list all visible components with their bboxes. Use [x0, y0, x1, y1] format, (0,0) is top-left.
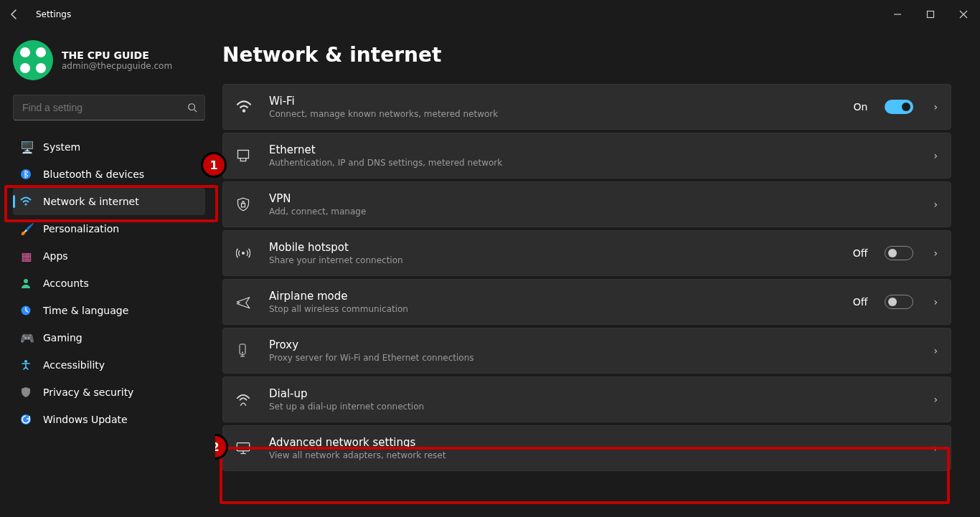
sidebar-item-system[interactable]: 🖥️ System	[13, 133, 205, 161]
chevron-right-icon: ›	[933, 394, 938, 405]
person-icon	[20, 278, 33, 289]
hotspot-toggle[interactable]	[885, 246, 913, 260]
chevron-right-icon: ›	[933, 150, 938, 161]
airplane-icon	[236, 295, 256, 309]
card-title: Mobile hotspot	[269, 241, 840, 254]
svg-point-13	[242, 252, 245, 255]
sidebar-item-network[interactable]: Network & internet	[13, 188, 205, 215]
ethernet-icon	[236, 148, 256, 163]
update-icon	[20, 414, 33, 425]
card-title: VPN	[269, 192, 913, 205]
sidebar-item-label: Bluetooth & devices	[43, 169, 144, 180]
sidebar-item-label: Network & internet	[43, 196, 139, 207]
svg-point-5	[24, 203, 27, 205]
chevron-right-icon: ›	[933, 345, 938, 356]
chevron-right-icon: ›	[933, 296, 938, 308]
clock-icon	[20, 305, 33, 316]
chevron-right-icon: ›	[933, 442, 938, 454]
card-desc: View all network adapters, network reset	[269, 450, 913, 460]
back-button[interactable]	[9, 9, 29, 20]
svg-rect-12	[242, 204, 245, 207]
card-advanced-network[interactable]: Advanced network settings View all netwo…	[222, 425, 951, 471]
card-vpn[interactable]: VPN Add, connect, manage ›	[222, 181, 951, 227]
wifi-icon	[20, 196, 33, 207]
card-ethernet[interactable]: Ethernet Authentication, IP and DNS sett…	[222, 133, 951, 179]
card-desc: Add, connect, manage	[269, 207, 913, 217]
brush-icon: 🖌️	[20, 222, 33, 236]
svg-point-8	[24, 360, 27, 363]
svg-point-6	[24, 279, 28, 283]
card-dialup[interactable]: Dial-up Set up a dial-up internet connec…	[222, 376, 951, 422]
card-desc: Connect, manage known networks, metered …	[269, 109, 840, 119]
bluetooth-icon	[20, 169, 33, 180]
avatar	[13, 40, 53, 80]
annotation-badge-1: 1	[201, 152, 227, 178]
card-airplane[interactable]: Airplane mode Stop all wireless communic…	[222, 279, 951, 325]
sidebar-nav: 🖥️ System Bluetooth & devices Network & …	[13, 133, 205, 433]
close-button[interactable]	[947, 0, 980, 29]
wifi-state: On	[853, 101, 867, 113]
sidebar-item-personalization[interactable]: 🖌️ Personalization	[13, 215, 205, 242]
card-desc: Share your internet connection	[269, 255, 840, 265]
window-title: Settings	[36, 9, 71, 19]
svg-point-10	[242, 109, 245, 112]
sidebar-item-update[interactable]: Windows Update	[13, 406, 205, 433]
sidebar-item-gaming[interactable]: 🎮 Gaming	[13, 324, 205, 351]
sidebar-item-label: Accessibility	[43, 359, 105, 371]
card-title: Wi-Fi	[269, 95, 840, 108]
proxy-icon	[236, 343, 256, 358]
sidebar-item-label: Accounts	[43, 278, 89, 289]
sidebar-item-label: Gaming	[43, 332, 83, 343]
shield-lock-icon	[236, 197, 256, 212]
maximize-button[interactable]	[914, 0, 947, 29]
monitor-icon: 🖥️	[20, 141, 33, 154]
chevron-right-icon: ›	[933, 247, 938, 259]
sidebar-item-label: Privacy & security	[43, 386, 133, 398]
sidebar-item-apps[interactable]: ▦ Apps	[13, 242, 205, 270]
accessibility-icon	[20, 359, 33, 371]
wifi-icon	[236, 99, 256, 115]
shield-icon	[20, 386, 33, 398]
sidebar-item-label: Windows Update	[43, 414, 128, 425]
card-desc: Stop all wireless communication	[269, 304, 840, 314]
dialup-icon	[236, 392, 256, 407]
user-name: THE CPU GUIDE	[62, 49, 172, 61]
card-title: Proxy	[269, 338, 913, 351]
card-title: Ethernet	[269, 143, 913, 156]
svg-line-3	[194, 110, 197, 113]
search-input[interactable]	[21, 101, 187, 114]
card-proxy[interactable]: Proxy Proxy server for Wi-Fi and Etherne…	[222, 328, 951, 374]
sidebar-item-time[interactable]: Time & language	[13, 297, 205, 324]
search-icon	[187, 103, 197, 113]
card-desc: Proxy server for Wi-Fi and Ethernet conn…	[269, 353, 913, 363]
sidebar-item-label: Personalization	[43, 223, 119, 234]
search-box[interactable]	[13, 95, 205, 120]
user-account[interactable]: THE CPU GUIDE admin@thecpuguide.com	[13, 40, 205, 80]
airplane-state: Off	[853, 296, 868, 308]
sidebar-item-bluetooth[interactable]: Bluetooth & devices	[13, 161, 205, 188]
card-wifi[interactable]: Wi-Fi Connect, manage known networks, me…	[222, 84, 951, 130]
chevron-right-icon: ›	[933, 199, 938, 210]
svg-point-2	[189, 104, 195, 110]
sidebar-item-accessibility[interactable]: Accessibility	[13, 351, 205, 379]
hotspot-state: Off	[853, 247, 868, 259]
sidebar-item-label: Apps	[43, 250, 68, 262]
wifi-toggle[interactable]	[885, 100, 913, 114]
apps-icon: ▦	[20, 250, 33, 263]
hotspot-icon	[236, 246, 256, 260]
card-title: Dial-up	[269, 387, 913, 400]
airplane-toggle[interactable]	[885, 295, 913, 309]
chevron-right-icon: ›	[933, 101, 938, 113]
sidebar-item-privacy[interactable]: Privacy & security	[13, 379, 205, 406]
card-desc: Set up a dial-up internet connection	[269, 402, 913, 412]
sidebar-item-accounts[interactable]: Accounts	[13, 270, 205, 297]
user-email: admin@thecpuguide.com	[62, 61, 172, 71]
svg-rect-11	[238, 151, 249, 158]
monitor-network-icon	[236, 441, 256, 455]
svg-rect-18	[237, 443, 250, 451]
card-hotspot[interactable]: Mobile hotspot Share your internet conne…	[222, 230, 951, 276]
svg-rect-1	[928, 11, 934, 18]
minimize-button[interactable]	[881, 0, 914, 29]
sidebar-item-label: System	[43, 141, 80, 153]
card-title: Airplane mode	[269, 290, 840, 303]
